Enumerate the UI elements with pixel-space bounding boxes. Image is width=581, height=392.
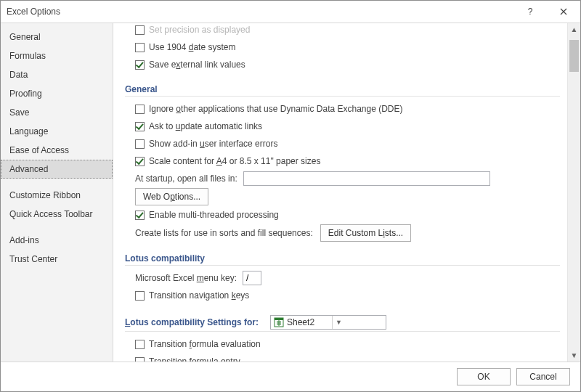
checkbox-formula-entry[interactable] [135,357,145,362]
checkbox-multi-threaded[interactable] [135,211,145,220]
startup-files-input[interactable] [243,171,490,186]
label-show-addin-errors: Show add-in user interface errors [149,139,277,149]
sidebar-item-general[interactable]: General [1,28,113,46]
web-options-button[interactable]: Web Options... [135,188,208,205]
sidebar: General Formulas Data Proofing Save Lang… [1,23,113,362]
sheet-icon [273,317,285,328]
section-general: General [125,80,560,97]
excel-options-dialog: Excel Options ? General Formulas Data Pr… [0,0,581,392]
edit-custom-lists-button[interactable]: Edit Custom Lists... [320,224,411,242]
label-multi-threaded: Enable multi-threaded processing [149,210,279,220]
close-icon [560,8,567,15]
scroll-down-icon: ▼ [568,349,580,362]
sidebar-item-save[interactable]: Save [1,103,113,122]
sidebar-item-quick-access-toolbar[interactable]: Quick Access Toolbar [1,205,113,224]
svg-rect-1 [275,318,283,320]
sidebar-item-trust-center[interactable]: Trust Center [1,250,113,269]
sheet-selector-value: Sheet2 [287,317,332,327]
label-nav-keys: Transition navigation keys [149,290,249,301]
cancel-button[interactable]: Cancel [516,368,570,385]
label-startup-files: At startup, open all files in: [135,173,237,184]
sidebar-item-ease-of-access[interactable]: Ease of Access [1,141,113,160]
ok-button[interactable]: OK [457,368,511,385]
label-scale-a4: Scale content for A4 or 8.5 x 11" paper … [149,156,320,166]
sidebar-item-proofing[interactable]: Proofing [1,84,113,103]
checkbox-show-addin-errors[interactable] [135,139,145,149]
scroll-thumb[interactable] [569,40,579,72]
label-ask-update-links: Ask to update automatic links [149,121,262,131]
sidebar-item-formulas[interactable]: Formulas [1,46,113,65]
checkbox-ignore-dde[interactable] [135,105,145,114]
section-lotus: Lotus compatibility [125,249,560,266]
checkbox-ask-update-links[interactable] [135,122,145,131]
checkbox-use-1904[interactable] [135,43,145,52]
help-button[interactable]: ? [513,1,547,23]
checkbox-formula-eval[interactable] [135,340,145,349]
content-panel: Set precision as displayed Use 1904 date… [113,23,567,362]
sidebar-item-add-ins[interactable]: Add-ins [1,231,113,250]
sidebar-item-advanced[interactable]: Advanced [1,160,113,179]
scroll-up-icon: ▲ [568,23,580,36]
close-button[interactable] [547,1,580,23]
label-save-external-links: Save external link values [149,60,245,70]
label-ignore-dde: Ignore other applications that use Dynam… [149,104,403,114]
sidebar-item-data[interactable]: Data [1,65,113,84]
menu-key-input[interactable] [243,271,261,285]
vertical-scrollbar[interactable]: ▲ ▼ [567,23,580,362]
titlebar: Excel Options ? [1,1,580,23]
label-formula-eval: Transition formula evaluation [149,339,261,349]
checkbox-set-precision[interactable] [135,25,145,35]
checkbox-nav-keys[interactable] [135,291,145,301]
label-create-lists: Create lists for use in sorts and fill s… [135,228,313,238]
chevron-down-icon: ▼ [332,316,345,329]
dialog-footer: OK Cancel [1,362,580,391]
label-use-1904: Use 1904 date system [149,42,235,52]
help-icon: ? [528,7,533,17]
section-lotus-settings-for: Lotus compatibility Settings for: Sheet2… [125,311,560,332]
label-formula-entry: Transition formula entry [149,356,240,362]
label-menu-key: Microsoft Excel menu key: [135,273,237,283]
checkbox-save-external-links[interactable] [135,60,145,70]
sidebar-item-language[interactable]: Language [1,122,113,141]
sheet-selector[interactable]: Sheet2 ▼ [270,315,386,330]
sidebar-item-customize-ribbon[interactable]: Customize Ribbon [1,186,113,205]
checkbox-scale-a4[interactable] [135,157,145,166]
dialog-title: Excel Options [1,7,60,17]
label-set-precision: Set precision as displayed [149,25,250,35]
label-lotus-settings-for: Lotus compatibility Settings for: [125,317,259,327]
